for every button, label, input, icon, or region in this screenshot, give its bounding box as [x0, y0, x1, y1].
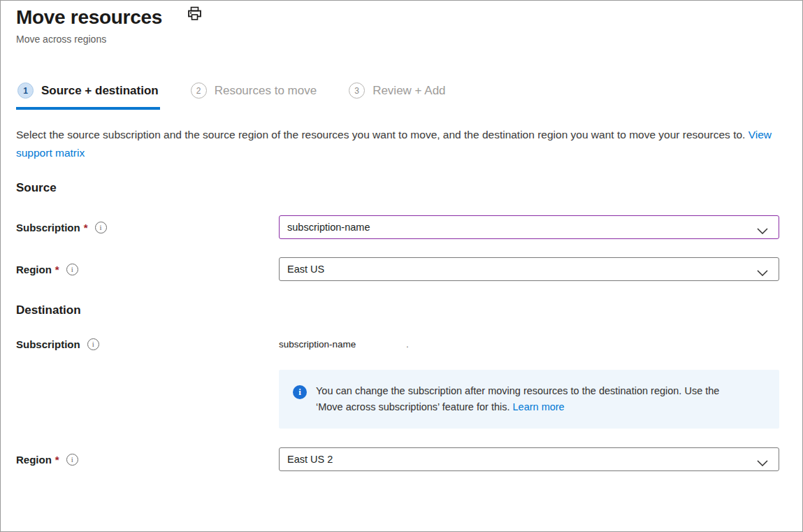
- info-icon[interactable]: i: [95, 222, 107, 233]
- destination-subscription-label: Subscription: [16, 338, 80, 350]
- source-subscription-row: Subscription * i subscription-name: [16, 215, 779, 239]
- source-region-dropdown[interactable]: East US: [279, 257, 779, 281]
- source-subscription-label: Subscription: [16, 222, 80, 233]
- print-icon[interactable]: [187, 6, 202, 24]
- source-subscription-dropdown[interactable]: subscription-name: [279, 215, 779, 239]
- chevron-down-icon: [757, 267, 768, 278]
- source-region-row: Region * i East US: [16, 257, 779, 281]
- stray-dot: .: [406, 340, 408, 350]
- info-box-text: You can change the subscription after mo…: [316, 383, 741, 415]
- info-filled-icon: i: [293, 385, 307, 399]
- step-3-badge: 3: [349, 82, 365, 99]
- source-region-value: East US: [287, 264, 324, 275]
- learn-more-link[interactable]: Learn more: [513, 401, 565, 412]
- destination-region-value: East US 2: [287, 454, 333, 465]
- destination-section-heading: Destination: [16, 303, 779, 317]
- tab-resources-to-move[interactable]: 2 Resources to move: [189, 82, 318, 110]
- info-icon[interactable]: i: [87, 338, 99, 350]
- destination-subscription-row: Subscription i subscription-name.: [16, 338, 779, 350]
- source-section-heading: Source: [16, 181, 779, 195]
- required-marker: *: [55, 454, 59, 466]
- chevron-down-icon: [757, 225, 768, 236]
- info-icon[interactable]: i: [66, 454, 78, 466]
- page-header: Move resources Move across regions: [16, 6, 779, 45]
- destination-subscription-value: subscription-name: [279, 339, 356, 350]
- required-marker: *: [84, 222, 88, 233]
- wizard-tabs: 1 Source + destination 2 Resources to mo…: [16, 82, 779, 110]
- page-description: Select the source subscription and the s…: [16, 126, 779, 162]
- tab-review-add[interactable]: 3 Review + Add: [347, 82, 447, 110]
- required-marker: *: [55, 264, 59, 275]
- step-1-badge: 1: [17, 82, 34, 99]
- tab-source-destination[interactable]: 1 Source + destination: [16, 82, 160, 110]
- tab-label: Review + Add: [372, 84, 445, 98]
- destination-region-label: Region: [16, 454, 52, 466]
- info-icon[interactable]: i: [66, 264, 78, 275]
- source-region-label: Region: [16, 264, 52, 275]
- destination-region-row: Region * i East US 2: [16, 447, 779, 471]
- chevron-down-icon: [757, 457, 768, 468]
- source-subscription-value: subscription-name: [287, 222, 370, 233]
- tab-label: Resources to move: [215, 84, 317, 98]
- page-subtitle: Move across regions: [16, 34, 779, 45]
- move-resources-page: Move resources Move across regions 1 Sou…: [0, 0, 803, 532]
- step-2-badge: 2: [191, 82, 207, 99]
- info-box-row: i You can change the subscription after …: [16, 370, 779, 429]
- subscription-info-box: i You can change the subscription after …: [279, 370, 779, 429]
- page-title: Move resources: [16, 6, 162, 29]
- tab-label: Source + destination: [41, 84, 159, 98]
- destination-region-dropdown[interactable]: East US 2: [279, 447, 779, 471]
- description-text: Select the source subscription and the s…: [16, 129, 748, 141]
